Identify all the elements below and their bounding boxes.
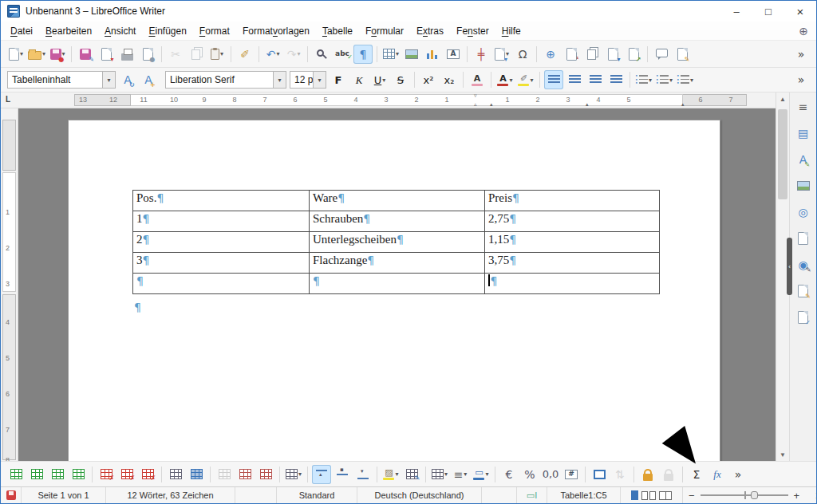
- cell-C1[interactable]: Preis¶: [485, 191, 660, 211]
- border-color-button[interactable]: ▭▾: [472, 465, 491, 484]
- cell-C4[interactable]: 3,75¶: [485, 253, 660, 274]
- cell-C3[interactable]: 1,15¶: [485, 232, 660, 253]
- insert-page-break-button[interactable]: ╪: [472, 45, 491, 64]
- insert-cross-reference-button[interactable]: ↗: [624, 45, 643, 64]
- new-document-button[interactable]: ▾: [6, 45, 26, 64]
- zoom-slider[interactable]: [701, 490, 788, 501]
- insert-chart-button[interactable]: [423, 45, 442, 64]
- cell-A3[interactable]: 2¶: [133, 232, 310, 253]
- decimal-format-button[interactable]: 0,0: [541, 465, 560, 484]
- insert-endnote-button[interactable]: [582, 45, 602, 64]
- spelling-button[interactable]: abc✓: [333, 45, 352, 64]
- outline-list-dropdown[interactable]: ▾: [690, 77, 693, 84]
- split-cells-button[interactable]: [235, 465, 255, 484]
- page-button[interactable]: [794, 229, 813, 248]
- formatting-marks-button[interactable]: ¶: [353, 45, 373, 64]
- page[interactable]: Pos.¶Ware¶Preis¶1¶Schrauben¶2,75¶2¶Unter…: [68, 120, 720, 461]
- new-document-dropdown[interactable]: ▾: [20, 50, 23, 57]
- word-count-field[interactable]: 12 Wörter, 63 Zeichen: [106, 487, 235, 503]
- export-pdf-button[interactable]: ▾: [97, 45, 116, 64]
- font-color-button[interactable]: A▾: [495, 70, 515, 89]
- cell-B1[interactable]: Ware¶: [310, 191, 485, 211]
- clear-formatting-button[interactable]: A: [468, 70, 487, 89]
- sidebar-settings-button[interactable]: ≡: [794, 97, 813, 116]
- menu-bearbeiten[interactable]: Bearbeiten: [39, 23, 98, 39]
- menu-ansicht[interactable]: Ansicht: [98, 23, 142, 39]
- zoom-in-button[interactable]: +: [791, 490, 803, 502]
- cell-A2[interactable]: 1¶: [133, 211, 310, 232]
- delete-row-button[interactable]: ✗: [97, 465, 116, 484]
- insert-table-button[interactable]: ▾: [381, 45, 401, 64]
- paste-dropdown[interactable]: ▾: [220, 50, 223, 57]
- highlight-color-button[interactable]: ✐▾: [516, 70, 535, 89]
- gallery-button[interactable]: [794, 176, 813, 195]
- maximize-button[interactable]: □: [752, 1, 784, 22]
- align-center-button[interactable]: [565, 70, 584, 89]
- subscript-button[interactable]: x₂: [440, 70, 459, 89]
- print-preview-button[interactable]: ●: [138, 45, 157, 64]
- insert-bookmark-button[interactable]: ▾: [603, 45, 622, 64]
- underline-button[interactable]: U▾: [370, 70, 389, 89]
- styles-button[interactable]: A✎: [794, 150, 813, 169]
- tab-stop-type-selector[interactable]: L: [6, 95, 10, 104]
- insert-row-above-button[interactable]: [6, 465, 26, 484]
- ordered-list-dropdown[interactable]: ▾: [669, 77, 673, 84]
- number-format-button[interactable]: #: [562, 465, 581, 484]
- modified-indicator[interactable]: [1, 487, 22, 503]
- multi-page-view-button[interactable]: [641, 491, 648, 500]
- split-table-button[interactable]: [256, 465, 275, 484]
- insert-table-dropdown[interactable]: ▾: [396, 50, 399, 57]
- left-indent-marker[interactable]: ▵: [474, 101, 477, 108]
- underline-dropdown[interactable]: ▾: [382, 77, 385, 84]
- globe-icon[interactable]: ⊕: [799, 25, 813, 37]
- select-table-button[interactable]: [187, 465, 206, 484]
- align-bottom-button[interactable]: [353, 465, 373, 484]
- insert-column-after-button[interactable]: [69, 465, 88, 484]
- cell-A1[interactable]: Pos.¶: [133, 191, 310, 211]
- font-color-dropdown[interactable]: ▾: [509, 77, 512, 84]
- paragraph-style-combo[interactable]: Tabelleninhalt ▾: [7, 71, 116, 89]
- save-button[interactable]: ●▾: [48, 45, 67, 64]
- cell-B2[interactable]: Schrauben¶: [310, 211, 485, 232]
- optimize-size-button[interactable]: ▾: [284, 465, 303, 484]
- cell-reference-field[interactable]: Tabelle1:C5: [547, 487, 621, 503]
- table-background-color-button[interactable]: ▨▾: [381, 465, 401, 484]
- insert-column-before-button[interactable]: [48, 465, 67, 484]
- table-column-marker[interactable]: ▴: [681, 101, 685, 108]
- find-replace-button[interactable]: [312, 45, 331, 64]
- scroll-up-button[interactable]: ▲: [776, 93, 789, 105]
- table-background-color-dropdown[interactable]: ▾: [395, 471, 398, 478]
- strikethrough-button[interactable]: S: [391, 70, 410, 89]
- menu-fenster[interactable]: Fenster: [450, 23, 495, 39]
- justify-button[interactable]: [606, 70, 626, 89]
- scroll-down-button[interactable]: ▼: [776, 448, 789, 461]
- save-as-button[interactable]: ✎: [76, 45, 95, 64]
- center-vertically-button[interactable]: [333, 465, 352, 484]
- properties-button[interactable]: ▤: [794, 124, 813, 143]
- align-right-button[interactable]: [586, 70, 605, 89]
- style-inspector-button[interactable]: ◉✎: [794, 255, 813, 274]
- menu-einfgen[interactable]: Einfügen: [142, 23, 192, 39]
- highlight-color-dropdown[interactable]: ▾: [530, 77, 533, 84]
- insert-row-below-button[interactable]: [27, 465, 46, 484]
- insert-field-button[interactable]: ▾▾: [492, 45, 511, 64]
- borders-button[interactable]: ▾: [430, 465, 449, 484]
- table-toolbar-overflow-button[interactable]: »: [728, 465, 748, 484]
- menu-tabelle[interactable]: Tabelle: [316, 23, 359, 39]
- zoom-level[interactable]: 120 %: [802, 490, 816, 500]
- delete-column-button[interactable]: ✗: [117, 465, 136, 484]
- optimize-size-dropdown[interactable]: ▾: [298, 471, 302, 478]
- insert-comment-button[interactable]: [652, 45, 671, 64]
- currency-format-button[interactable]: €: [499, 465, 519, 484]
- table-column-marker[interactable]: ▴: [586, 101, 589, 108]
- cell-B3[interactable]: Unterlegscheiben¶: [310, 232, 485, 253]
- menu-formular[interactable]: Formular: [359, 23, 410, 39]
- cell-C2[interactable]: 2,75¶: [485, 211, 660, 232]
- close-button[interactable]: ×: [784, 1, 816, 22]
- delete-table-button[interactable]: ✗: [138, 465, 157, 484]
- menu-formatvorlagen[interactable]: Formatvorlagen: [236, 23, 316, 39]
- formula-button[interactable]: fx: [708, 465, 727, 484]
- page-style-field[interactable]: Standard: [277, 487, 357, 503]
- insert-image-button[interactable]: [402, 45, 421, 64]
- zoom-out-button[interactable]: −: [686, 490, 697, 502]
